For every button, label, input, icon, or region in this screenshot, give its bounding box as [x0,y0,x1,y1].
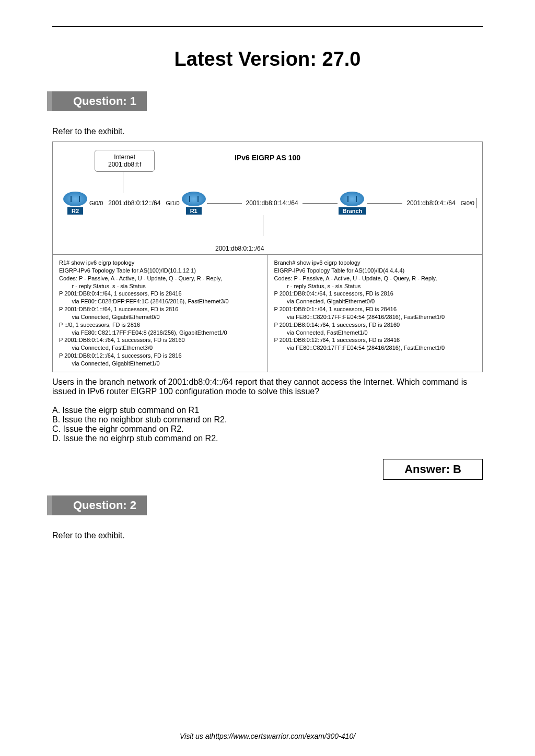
top-rule [52,26,483,27]
cli-line: P 2001:DB8:0:4::/64, 1 successors, FD is… [59,290,261,298]
as-title: IPv6 EIGRP AS 100 [235,153,300,162]
cli-line: P 2001:DB8:0:14::/64, 1 successors, FD i… [59,336,261,344]
cli-line: P 2001:DB8:0:14::/64, 1 successors, FD i… [274,321,476,329]
cli-right: Branch# show ipv6 eigrp topology EIGRP-I… [268,255,483,372]
cli-line: via FE80::C820:17FF:FE04:54 (28416/2816)… [274,313,476,321]
page-footer: Visit us athttps://www.certswarrior.com/… [0,732,535,740]
r2-if-right: Gi0/0 [89,200,103,206]
q2-intro: Refer to the exhibit. [52,531,483,540]
router-r1-label: R1 [186,207,202,215]
option-c: C. Issue the eighr command on R2. [52,424,483,434]
router-r2: R2 [63,192,87,215]
question-2-header: Question: 2 [47,495,147,515]
router-branch: Branch [339,192,367,215]
net-below-r1: 2001:db8:0:1::/64 [215,245,264,252]
net-r1-branch: 2001:db8:0:14::/64 [246,199,298,207]
q1-answer: Answer: B [383,459,483,480]
exhibit-topology: Internet 2001:db8:f:f IPv6 EIGRP AS 100 … [53,142,482,255]
cli-line: P 2001:DB8:0:12::/64, 1 successors, FD i… [59,352,261,360]
router-icon [63,192,87,206]
option-d: D. Issue the no eighrp stub command on R… [52,434,483,443]
option-a: A. Issue the eigrp stub command on R1 [52,406,483,415]
link-line [303,203,338,204]
cli-line: Codes: P - Passive, A - Active, U - Upda… [59,275,261,282]
cli-line: P ::/0, 1 successors, FD is 2816 [59,321,261,329]
router-icon [340,192,364,206]
router-r2-label: R2 [67,207,83,215]
cli-line: EIGRP-IPv6 Topology Table for AS(100)/ID… [274,267,476,275]
internet-addr: 2001:db8:f:f [108,161,141,168]
r1-if-left: Gi1/0 [166,200,179,206]
cli-line: via Connected, GigabitEthernet0/0 [274,298,476,305]
cli-left: R1# show ipv6 eigrp topology EIGRP-IPv6 … [53,255,268,372]
q1-intro: Refer to the exhibit. [52,127,483,136]
internet-box: Internet 2001:db8:f:f [95,150,155,172]
cli-line: P 2001:DB8:0:1::/64, 1 successors, FD is… [59,305,261,313]
cli-line: via FE80::C820:17FF:FE04:54 (28416/2816)… [274,344,476,352]
cli-line: P 2001:DB8:0:4::/64, 1 successors, FD is… [274,290,476,298]
net-r2-r1: 2001:db8:0:12::/64 [108,199,160,207]
cli-line: via Connected, GigabitEthernet0/0 [59,313,261,321]
question-1-header: Question: 1 [47,91,147,111]
cli-line: r - reply Status, s - sia Status [274,282,476,290]
page: Latest Version: 27.0 Question: 1 Refer t… [0,0,535,756]
link-line [367,203,402,204]
cli-line: Codes: P - Passive, A - Active, U - Upda… [274,275,476,282]
q1-exhibit: Internet 2001:db8:f:f IPv6 EIGRP AS 100 … [52,141,483,372]
net-branch-right: 2001:db8:0:4::/64 [406,199,455,207]
cli-line: P 2001:DB8:0:12::/64, 1 successors, FD i… [274,336,476,344]
internet-label: Internet [108,153,141,161]
q1-question-text: Users in the branch network of 2001:db8:… [52,377,483,396]
option-b: B. Issue the no neighbor stub command on… [52,415,483,424]
cli-line: r - reply Status, s - sia Status [59,282,261,290]
cli-line: via FE80::C828:DFF:FEF4:1C (28416/2816),… [59,298,261,305]
cli-line: via FE80::C821:17FF:FE04:8 (2816/256), G… [59,329,261,337]
router-icon [182,192,206,206]
cli-line: R1# show ipv6 eigrp topology [59,259,261,267]
cli-line: via Connected, FastEthernet3/0 [59,344,261,352]
router-r1: R1 [182,192,206,215]
cli-line: EIGRP-IPv6 Topology Table for AS(100)/ID… [59,267,261,275]
version-title: Latest Version: 27.0 [52,48,483,70]
q1-options: A. Issue the eigrp stub command on R1 B.… [52,406,483,443]
router-branch-label: Branch [339,207,367,215]
branch-if-right: Gi0/0 [461,200,474,206]
link-r1-down [263,215,263,236]
cli-line: Branch# show ipv6 eigrp topology [274,259,476,267]
exhibit-cli: R1# show ipv6 eigrp topology EIGRP-IPv6 … [53,255,482,372]
link-stub [476,198,477,208]
router-row: R2 Gi0/0 2001:db8:0:12::/64 Gi1/0 R1 200… [63,192,477,215]
cli-line: via Connected, FastEthernet1/0 [274,329,476,337]
cli-line: via Connected, GigabitEthernet1/0 [59,360,261,368]
cli-line: P 2001:DB8:0:1::/64, 1 successors, FD is… [274,305,476,313]
link-line [207,203,242,204]
